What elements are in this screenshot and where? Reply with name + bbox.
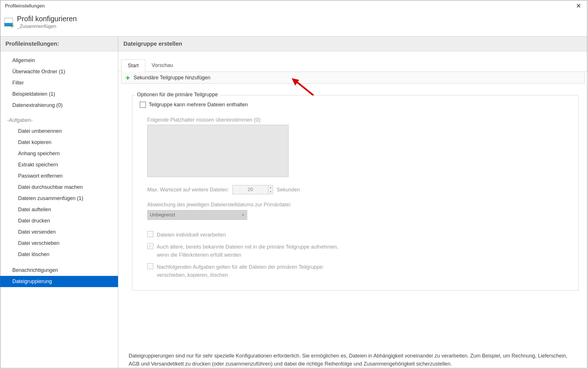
chevron-down-icon: ▼ [241, 213, 245, 217]
checkbox-checked-icon[interactable] [147, 243, 153, 249]
wait-row: Max. Wartezeit auf weitere Dateien: 20 ▲… [147, 185, 571, 194]
sidebar-item-ordner[interactable]: Überwachte Ordner (1) [0, 66, 118, 77]
deviation-select[interactable]: Unbegrenzt ▼ [147, 210, 247, 220]
sidebar-task-extrakt-speichern[interactable]: Extrakt speichern [0, 159, 118, 170]
add-secondary-group-label: Sekundäre Teilgruppe hinzufügen [134, 75, 210, 81]
sidebar-task-drucken[interactable]: Datei drucken [0, 215, 118, 226]
sidebar-task-aufteilen[interactable]: Datei aufteilen [0, 204, 118, 215]
sidebar-list: Allgemein Überwachte Ordner (1) Filter B… [0, 51, 118, 287]
opt-following-row[interactable]: Nachfolgenden Aufgaben gelten für alle D… [147, 261, 571, 281]
opt-older-row[interactable]: Auch ältere, bereits bekannte Dateien mi… [147, 241, 571, 261]
sidebar-task-kopieren[interactable]: Datei kopieren [0, 137, 118, 148]
tab-start[interactable]: Start [121, 59, 145, 72]
sidebar-task-loeschen[interactable]: Datei löschen [0, 249, 118, 260]
profile-icon [4, 18, 13, 26]
header-texts: Profil konfigurieren _Zusammenfügen [17, 15, 77, 29]
chk-multifile-row[interactable]: Teilgruppe kann mehrere Dateien enthalte… [140, 101, 571, 109]
content-area: Optionen für die primäre Teilgruppe Teil… [118, 84, 587, 345]
placeholder-caption: Folgende Platzhalter müssen übereinstimm… [147, 117, 571, 123]
opt-individual-row[interactable]: Dateien individuell verarbeiten [147, 229, 571, 241]
sidebar: Profileinstellungen: Allgemein Überwacht… [0, 36, 118, 368]
window-title: Profileinstellungen [3, 3, 573, 9]
sidebar-item-allgemein[interactable]: Allgemein [0, 55, 118, 66]
sidebar-task-anhang-speichern[interactable]: Anhang speichern [0, 148, 118, 159]
opt-following-label: Nachfolgenden Aufgaben gelten für alle D… [157, 263, 324, 279]
placeholder-section: Folgende Platzhalter müssen übereinstimm… [140, 117, 571, 281]
chevron-up-icon[interactable]: ▲ [268, 185, 273, 190]
deviation-value: Unbegrenzt [150, 212, 175, 218]
plus-icon: ＋ [124, 74, 131, 81]
page-subtitle: _Zusammenfügen [17, 23, 77, 29]
sidebar-task-verschieben[interactable]: Datei verschieben [0, 238, 118, 249]
sidebar-task-passwort-entfernen[interactable]: Passwort entfernen [0, 170, 118, 182]
wait-label: Max. Wartezeit auf weitere Dateien: [147, 187, 229, 193]
checkbox-icon[interactable] [140, 102, 146, 108]
sidebar-item-dateigruppierung[interactable]: Dateigruppierung [0, 276, 118, 287]
sidebar-task-zusammenfuegen[interactable]: Dateien zusammenfügen (1) [0, 193, 118, 204]
main-header: Dateigruppe erstellen [118, 36, 587, 51]
sidebar-item-beispieldateien[interactable]: Beispieldateien (1) [0, 89, 118, 100]
tab-vorschau[interactable]: Vorschau [145, 59, 179, 72]
tabs-row: Start Vorschau [118, 59, 587, 72]
wait-value: 20 [233, 187, 268, 193]
dialog-header: Profil konfigurieren _Zusammenfügen [0, 12, 587, 36]
dialog-window: Profileinstellungen ✕ Profil konfigurier… [0, 0, 587, 368]
page-title: Profil konfigurieren [17, 15, 77, 23]
main-panel: Dateigruppe erstellen Start Vorschau ＋ S… [118, 36, 587, 368]
footer-note: Dateigruppierungen sind nur für sehr spe… [118, 345, 587, 368]
sidebar-item-benachrichtigungen[interactable]: Benachrichtigungen [0, 265, 118, 276]
opt-individual-label: Dateien individuell verarbeiten [157, 231, 226, 239]
sidebar-header: Profileinstellungen: [0, 36, 118, 51]
sidebar-task-versenden[interactable]: Datei versenden [0, 226, 118, 238]
opt-older-label: Auch ältere, bereits bekannte Dateien mi… [157, 243, 338, 259]
wait-unit: Sekunden [276, 187, 300, 193]
primary-group-options: Optionen für die primäre Teilgruppe Teil… [132, 95, 579, 291]
sidebar-task-umbenennen[interactable]: Datei umbenennen [0, 126, 118, 137]
fieldset-legend: Optionen für die primäre Teilgruppe [135, 92, 220, 98]
add-secondary-group-button[interactable]: ＋ Sekundäre Teilgruppe hinzufügen [121, 72, 585, 84]
placeholder-listbox[interactable] [147, 125, 289, 177]
sidebar-item-datenextrahierung[interactable]: Datenextrahierung (0) [0, 100, 118, 111]
deviation-label: Abweichung des jeweiligen Dateierstellda… [147, 202, 571, 208]
checkbox-icon[interactable] [147, 263, 153, 269]
chevron-down-icon[interactable]: ▼ [268, 190, 273, 194]
close-icon[interactable]: ✕ [573, 2, 584, 10]
wait-value-input[interactable]: 20 ▲ ▼ [232, 185, 273, 194]
sidebar-tasks-caption: -Aufgaben- [0, 111, 118, 126]
sidebar-item-filter[interactable]: Filter [0, 77, 118, 89]
spinner-icon[interactable]: ▲ ▼ [268, 185, 273, 194]
chk-multifile-label: Teilgruppe kann mehrere Dateien enthalte… [149, 102, 248, 108]
titlebar: Profileinstellungen ✕ [0, 0, 587, 12]
body-split: Profileinstellungen: Allgemein Überwacht… [0, 36, 587, 368]
checkbox-icon[interactable] [147, 231, 153, 237]
sidebar-task-durchsuchbar[interactable]: Datei durchsuchbar machen [0, 182, 118, 193]
